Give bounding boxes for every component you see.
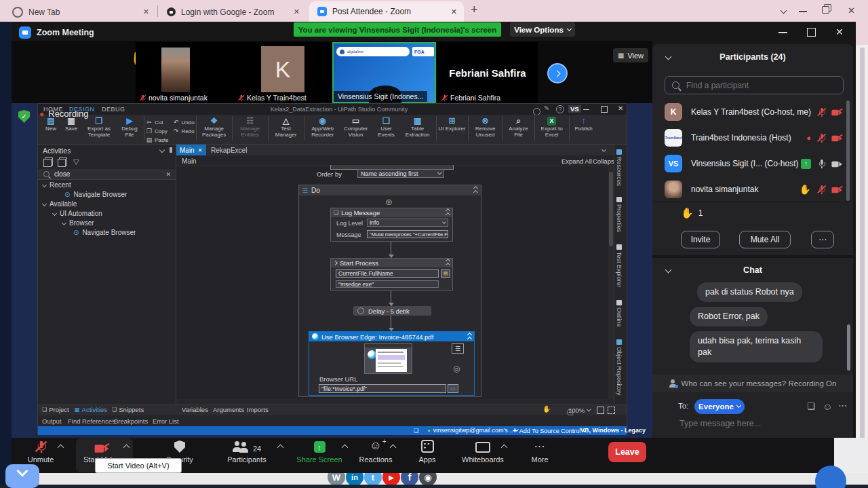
video-tile-kelas[interactable]: K Kelas Y Train4best [234, 42, 332, 103]
apps-button[interactable]: Apps [407, 440, 448, 464]
use-browser-header[interactable]: Use Browser Edge: Invoice-485744.pdf [309, 332, 474, 341]
chat-recipient-dropdown[interactable]: Everyone [694, 399, 745, 414]
share-screen-button[interactable]: ↑ Share Screen [294, 440, 344, 464]
collapse-icon[interactable] [474, 187, 477, 194]
chat-file-icon[interactable]: ❏ [807, 401, 815, 411]
tab-close-icon[interactable]: ✕ [198, 147, 203, 153]
uipath-menu-debug[interactable]: DEBUG [102, 106, 125, 113]
participant-row[interactable]: novita simanjuntak ✋ [665, 179, 844, 200]
fit-to-screen-icon[interactable] [597, 407, 604, 414]
page-scrollbar[interactable] [860, 48, 865, 482]
ribbon-computer-vision-button[interactable]: ▭Computer Vision [340, 115, 372, 144]
ribbon-publish-button[interactable]: ↑Publish [571, 115, 597, 144]
breakpoints-tab[interactable]: Breakpoints [114, 417, 148, 425]
view-button[interactable]: ▦ View [613, 48, 648, 62]
tree-item-browser[interactable]: Browser [62, 219, 94, 227]
delay-activity[interactable]: Delay - 5 detik [353, 306, 431, 316]
tree-item-navigate-browser-2[interactable]: ⊙Navigate Browser [73, 228, 136, 237]
tab-close-icon[interactable]: ✕ [294, 7, 300, 16]
browser-url-input[interactable]: "file:*Invoice*.pdf" [319, 384, 446, 393]
ribbon-table-extraction-button[interactable]: ▦Table Extraction [401, 115, 435, 144]
process-exe-input[interactable]: "msedge.exe" [336, 280, 439, 288]
doc-tab-rekapexcel[interactable]: RekapExcel [208, 145, 250, 155]
unmute-button[interactable]: Unmute [17, 440, 64, 464]
uipath-help-icon[interactable]: ? [556, 105, 564, 113]
participants-more-button[interactable]: ⋯ [811, 231, 834, 248]
uipath-close-icon[interactable]: ✕ [618, 105, 623, 112]
video-tile-febriani[interactable]: Febriani Sahfira Febriani Sahfira [437, 42, 538, 103]
doc-tab-main[interactable]: Main ✕ [176, 145, 206, 155]
activities-collapse-all-icon[interactable] [58, 159, 66, 167]
ribbon-recorder-button[interactable]: ◉App/Web Recorder [306, 115, 340, 144]
browser-tab-post-attendee[interactable]: Post Attendee - Zoom ✕ [309, 1, 464, 22]
expand-all-button[interactable]: Expand All [561, 157, 592, 165]
panel-tab-variables[interactable]: Variables [182, 406, 208, 413]
ribbon-manage-packages-button[interactable]: ❖Manage Packages [198, 115, 231, 144]
collapse-icon[interactable] [446, 259, 450, 267]
tree-item-ui-automation[interactable]: UI Automation [53, 209, 102, 218]
breadcrumb[interactable]: Main [182, 157, 197, 165]
participant-row[interactable]: K Kelas Y Train4best (Co-host, me) [665, 101, 844, 123]
output-tab[interactable]: Output [42, 417, 62, 425]
ribbon-analyze-file-button[interactable]: ⌕Analyze File [505, 115, 533, 144]
zoom-minimize-icon[interactable] [778, 32, 787, 33]
chat-emoji-icon[interactable]: ☺ [823, 401, 832, 412]
mute-all-button[interactable]: Mute All [739, 231, 791, 248]
chat-message-input[interactable] [678, 418, 844, 429]
ribbon-export-excel-button[interactable]: XExport to Excel [536, 115, 568, 144]
status-notifications-icon[interactable]: ❏ [414, 428, 418, 434]
ribbon-debug-file-button[interactable]: ▶Debug File [117, 115, 142, 144]
start-process-header[interactable]: Start Process [331, 259, 452, 267]
participant-search-box[interactable] [665, 76, 844, 94]
ribbon-copy-button[interactable]: ❐Copy [146, 127, 168, 135]
tree-item-recent[interactable]: Recent [43, 181, 71, 189]
participant-row[interactable]: Train4best Train4best Indonesia (Host) ● [665, 127, 844, 149]
side-tab-outline[interactable]: Outline [616, 300, 623, 327]
activities-expand-all-icon[interactable] [43, 159, 52, 167]
pan-tool-icon[interactable]: ✋ [542, 405, 551, 413]
browser-close-icon[interactable]: ✕ [848, 5, 855, 16]
ribbon-undo-button[interactable]: ↶Undo [172, 118, 194, 126]
video-tile-vinsensius[interactable]: digitalent FGA Vinsensius Sigit (Indones… [332, 42, 436, 103]
ribbon-test-manager-button[interactable]: △Test Manager [270, 115, 302, 144]
ribbon-paste-button[interactable]: ▤Paste [146, 136, 168, 144]
ribbon-ui-explorer-button[interactable]: ⊞UI Explorer [438, 115, 467, 144]
status-account[interactable]: ● vinsensigitwp@gmail.com's... [427, 427, 518, 434]
activities-filter-icon[interactable]: ▽ [73, 158, 79, 166]
panel-tab-imports[interactable]: Imports [247, 406, 269, 413]
hamburger-menu-button[interactable]: ☰ [452, 343, 464, 354]
participant-search-input[interactable] [685, 80, 823, 91]
find-references-tab[interactable]: Find References [68, 417, 115, 425]
target-anchor-icon[interactable]: ◎ [453, 364, 460, 373]
zoom-close-icon[interactable]: ✕ [835, 26, 844, 37]
tab-close-icon[interactable]: ✕ [143, 7, 149, 16]
participants-button[interactable]: 24 Participants [217, 440, 277, 464]
ribbon-new-button[interactable]: ▤New [41, 115, 61, 144]
participant-row[interactable]: VS Vinsensius Sigit (I... (Co-host) ↑ [665, 153, 844, 174]
log-level-dropdown[interactable]: Info [367, 219, 448, 227]
video-tile-novita[interactable]: novita simanjuntak [136, 42, 234, 103]
dock-tab-project[interactable]: ❏Project [42, 406, 69, 413]
side-tab-test-explorer[interactable]: Test Explorer [616, 244, 623, 288]
chat-widget-bubble[interactable] [5, 464, 39, 488]
whiteboards-button[interactable]: Whiteboards [456, 440, 510, 464]
ribbon-export-template-button[interactable]: ❐Export as Template [81, 115, 117, 144]
zoom-maximize-icon[interactable] [807, 28, 816, 37]
url-monitor-button[interactable]: ▭ [448, 384, 458, 393]
canvas-scrollbar[interactable] [608, 166, 614, 399]
invite-button[interactable]: Invite [681, 231, 720, 248]
ribbon-remove-unused-button[interactable]: ⊗Remove Unused [470, 115, 501, 144]
browser-tab-login[interactable]: Login with Google - Zoom ✕ [160, 2, 307, 22]
chat-more-icon[interactable]: ⋯ [838, 400, 847, 411]
fit-page-icon[interactable] [608, 407, 615, 414]
panel-tab-arguments[interactable]: Arguments [213, 406, 244, 413]
uipath-feedback-icon[interactable]: ✎ [544, 105, 549, 112]
activities-pin-icon[interactable] [170, 147, 172, 153]
new-tab-button[interactable]: + [471, 3, 478, 17]
ribbon-user-events-button[interactable]: ❏User Events [372, 115, 401, 144]
more-button[interactable]: ⋯ More [519, 440, 560, 464]
status-source-control[interactable]: + Add To Source Control [513, 427, 586, 434]
log-message-header[interactable]: ❏ Log Message [331, 208, 452, 217]
uipath-restore-icon[interactable] [601, 106, 608, 113]
ribbon-manage-entities-button[interactable]: ☷Manage Entities [234, 115, 267, 144]
